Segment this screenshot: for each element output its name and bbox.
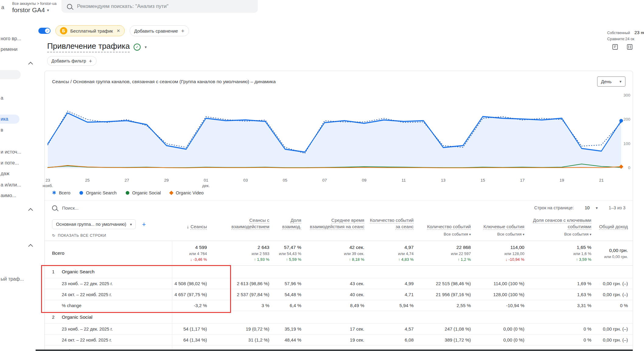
comparison-toggle[interactable]: ✓ <box>38 28 51 34</box>
row-number: 1 <box>52 269 62 274</box>
table-row[interactable]: 24 окт. – 22 нояб. 2025 г.64 (1,34 %)31 … <box>45 335 633 346</box>
metric-cell: 0,00 грн. (–) <box>596 335 633 346</box>
account-switcher[interactable]: forstor GA4 ▾ <box>12 6 57 14</box>
x-axis-tick: 29 <box>164 178 169 183</box>
chart-canvas <box>45 91 633 176</box>
metric-cell: 57,96 % <box>274 278 306 289</box>
group-row-organic-search[interactable]: 1Organic Search <box>45 266 633 278</box>
y-axis-tick: 300 <box>623 93 630 98</box>
show-all-rows-button[interactable]: ↻ ПОКАЗАТЬ ВСЕ СТРОКИ <box>52 233 167 238</box>
global-search-input[interactable] <box>76 3 252 10</box>
date-range-value: 23 нояб <box>635 30 644 35</box>
legend-item-organic-search[interactable]: Organic Search <box>79 190 117 195</box>
sidebar-item[interactable]: и поте... <box>0 158 35 168</box>
sidebar-collapse-chevron[interactable] <box>0 59 35 68</box>
events-filter-dropdown[interactable]: Все события ▾ <box>444 232 471 236</box>
global-search-bar[interactable] <box>61 0 258 13</box>
metric-cell: 4,99 <box>369 278 418 289</box>
metric-cell: 64 (1,34 %) <box>172 335 212 346</box>
breadcrumb[interactable]: Все аккаунты > forstor-ua <box>12 2 57 6</box>
column-header[interactable]: Количество событийВсе события ▾ <box>418 215 476 241</box>
add-comparison-button[interactable]: Добавить сравнение + <box>130 25 189 36</box>
x-axis-tick: 07 <box>322 178 327 183</box>
metric-cell: 0,00 (0 %) <box>476 335 529 346</box>
sidebar-item[interactable]: аимо... <box>0 191 35 200</box>
page-title[interactable]: Привлечение трафика <box>47 41 130 52</box>
totals-metric: 42 сек.или 39 сек.↑ 8,18 % <box>306 241 369 266</box>
group-row-organic-social[interactable]: 2Organic Social <box>45 311 633 324</box>
group-metrics-empty <box>172 311 633 324</box>
sidebar-item[interactable]: а и/или... <box>0 180 35 190</box>
legend-item-organic-social[interactable]: Organic Social <box>126 190 161 195</box>
sidebar-collapse-chevron[interactable] <box>0 241 35 250</box>
dimension-dropdown[interactable]: Основная группа... по умолчанию) ▾ <box>52 219 136 229</box>
group-name-cell: 1Organic Search <box>45 266 172 278</box>
add-filter-button[interactable]: Добавить фильтр + <box>47 56 96 66</box>
insights-icon[interactable] <box>612 44 618 50</box>
metric-cell: 4,57 <box>369 324 418 335</box>
sidebar-item[interactable]: даж <box>0 169 35 178</box>
table-row[interactable]: 23 нояб. – 22 дек. 2025 г.4 508 (98,02 %… <box>45 278 633 289</box>
events-filter-dropdown[interactable]: Все события ▾ <box>564 232 591 236</box>
events-filter-dropdown[interactable]: Все события ▾ <box>497 232 524 236</box>
column-header[interactable]: Ключевые событияВсе события ▾ <box>476 215 529 241</box>
legend-label: Всего <box>59 190 70 195</box>
bottom-edge-bar[interactable] <box>36 349 633 351</box>
legend-circle-icon <box>79 191 83 195</box>
sidebar-item-active[interactable]: ика <box>0 115 19 124</box>
close-icon[interactable]: ✕ <box>117 28 120 33</box>
customize-report-icon[interactable] <box>626 44 633 50</box>
column-header[interactable]: Доля взаимод. <box>274 215 306 241</box>
column-header[interactable]: Доля сеансов с ключевыми событиямиВсе со… <box>529 215 596 241</box>
sidebar-item[interactable]: в <box>0 126 35 135</box>
table-search-input[interactable] <box>61 205 160 211</box>
y-axis-tick: 100 <box>623 141 630 146</box>
column-header[interactable]: Сеансы с взаимодействием <box>212 215 274 241</box>
x-axis-tick: 27 <box>124 178 129 183</box>
metric-cell: 0 % <box>529 335 596 346</box>
segment-chip-free-traffic[interactable]: Б Бесплатный трафик ✕ <box>55 25 125 36</box>
legend-item-organic-video[interactable]: Organic Video <box>170 190 204 195</box>
totals-metric: 22 868или 22 597↑ 1,2 % <box>418 241 476 266</box>
search-icon <box>52 205 57 211</box>
table-row[interactable]: 24 окт. – 22 нояб. 2025 г.4 657 (97,75 %… <box>45 289 633 300</box>
totals-label: Всего <box>45 241 172 266</box>
caret-down-icon[interactable]: ▾ <box>145 45 147 49</box>
metric-cell: 22 515 (98,46 %) <box>418 278 476 289</box>
search-icon <box>67 4 72 9</box>
column-header[interactable]: Среднее время взаимодействия на сеанс <box>306 215 369 241</box>
legend-item-всего[interactable]: ✱Всего <box>52 190 70 195</box>
metric-cell: 3,31 % <box>529 300 596 311</box>
refresh-icon: ↻ <box>52 233 55 238</box>
main-content: ✓ Б Бесплатный трафик ✕ Добавить сравнен… <box>35 17 644 351</box>
table-row[interactable]: 23 нояб. – 22 дек. 2025 г.54 (1,17 %)19 … <box>45 324 633 335</box>
table-search[interactable] <box>52 205 534 211</box>
sidebar-item[interactable]: и источ... <box>0 147 35 157</box>
add-dimension-button[interactable]: + <box>142 221 146 228</box>
rows-per-page-select[interactable]: 10 ▾ <box>585 205 598 210</box>
sidebar-item[interactable]: ремени <box>0 45 35 54</box>
legend-label: Organic Video <box>176 190 204 195</box>
x-axis-tick: 13 <box>441 178 446 183</box>
date-range-display[interactable]: Собственный 23 нояб Сравните:24 ок <box>607 30 644 41</box>
sidebar-item[interactable]: а <box>0 94 35 103</box>
column-header[interactable]: ↓Сеансы <box>172 215 212 241</box>
chevron-up-icon <box>28 208 33 213</box>
granularity-select[interactable]: День ▾ <box>597 76 625 87</box>
metric-cell: 0 % <box>529 324 596 335</box>
caret-down-icon: ▾ <box>130 222 132 226</box>
sidebar-item-pill[interactable] <box>0 70 21 79</box>
metric-cell: 389 (1,72 %) <box>418 335 476 346</box>
sidebar-collapse-chevron[interactable] <box>0 205 35 214</box>
totals-metric: 2 643или 2 593↑ 1,93 % <box>212 241 274 266</box>
sidebar-item[interactable]: ый траф... <box>0 275 35 284</box>
legend-label: Organic Search <box>86 190 117 195</box>
x-axis-tick: 15 <box>481 178 485 183</box>
table-row[interactable]: % change-3,2 %3 %6,4 %8,49 %5,94 %2,55 %… <box>45 300 633 311</box>
sidebar-item[interactable]: ного вр... <box>0 34 35 43</box>
row-period-label: 23 нояб. – 22 дек. 2025 г. <box>45 324 172 335</box>
row-period-label: 24 окт. – 22 нояб. 2025 г. <box>45 289 172 300</box>
column-header[interactable]: Количество событий за сеанс <box>369 215 418 241</box>
row-period-label: 23 нояб. – 22 дек. 2025 г. <box>45 278 172 289</box>
column-header[interactable]: Общий доход <box>596 215 633 241</box>
